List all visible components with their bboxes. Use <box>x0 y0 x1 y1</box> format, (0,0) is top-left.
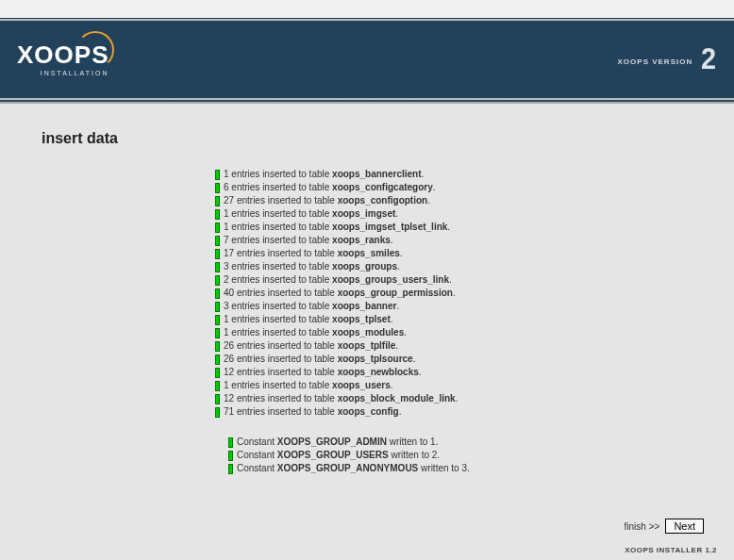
log-text: 2 entries inserted to table xoops_groups… <box>224 273 452 287</box>
success-indicator-icon <box>228 437 233 448</box>
logo: XOOPS INSTALLATION <box>17 41 108 78</box>
log-line: Constant XOOPS_GROUP_USERS written to 2. <box>228 449 692 462</box>
installer-version-label: XOOPS INSTALLER 1.2 <box>625 546 717 554</box>
log-line: Constant XOOPS_GROUP_ANONYMOUS written t… <box>228 462 692 475</box>
log-line: 1 entries inserted to table xoops_imgset… <box>215 207 692 221</box>
success-indicator-icon <box>215 315 220 325</box>
log-line: 1 entries inserted to table xoops_tplset… <box>215 313 692 326</box>
next-button[interactable]: Next <box>665 519 704 534</box>
log-line: 1 entries inserted to table xoops_module… <box>215 326 692 339</box>
log-line: 17 entries inserted to table xoops_smile… <box>215 247 692 260</box>
log-text: 3 entries inserted to table xoops_groups… <box>224 260 400 273</box>
success-indicator-icon <box>228 451 233 461</box>
log-text: 26 entries inserted to table xoops_tplfi… <box>224 339 398 353</box>
log-text: 12 entries inserted to table xoops_newbl… <box>224 366 422 379</box>
log-text: 17 entries inserted to table xoops_smile… <box>224 247 403 260</box>
log-text: 40 entries inserted to table xoops_group… <box>224 287 456 300</box>
success-indicator-icon <box>215 249 220 259</box>
log-block-constants: Constant XOOPS_GROUP_ADMIN written to 1.… <box>228 436 692 475</box>
success-indicator-icon <box>215 183 220 193</box>
log-line: 7 entries inserted to table xoops_ranks. <box>215 234 692 247</box>
log-text: 1 entries inserted to table xoops_users. <box>224 379 393 392</box>
success-indicator-icon <box>215 275 220 286</box>
finish-label: finish >> <box>625 521 660 532</box>
log-line: 1 entries inserted to table xoops_users. <box>215 379 692 392</box>
log-line: 1 entries inserted to table xoops_banner… <box>215 168 692 181</box>
log-text: 1 entries inserted to table xoops_imgset… <box>224 221 450 234</box>
logo-arc-icon <box>76 31 114 69</box>
log-text: 1 entries inserted to table xoops_module… <box>224 326 407 339</box>
log-block-tables: 1 entries inserted to table xoops_banner… <box>215 168 692 419</box>
log-line: 2 entries inserted to table xoops_groups… <box>215 273 692 287</box>
log-line: Constant XOOPS_GROUP_ADMIN written to 1. <box>228 436 692 449</box>
logo-text: XOOPS <box>17 41 108 70</box>
log-line: 6 entries inserted to table xoops_config… <box>215 181 692 194</box>
log-text: 7 entries inserted to table xoops_ranks. <box>224 234 393 247</box>
success-indicator-icon <box>215 222 220 233</box>
log-text: Constant XOOPS_GROUP_USERS written to 2. <box>237 449 440 462</box>
log-line: 12 entries inserted to table xoops_newbl… <box>215 366 692 379</box>
success-indicator-icon <box>215 407 220 418</box>
log-text: Constant XOOPS_GROUP_ADMIN written to 1. <box>237 436 438 449</box>
footer-actions: finish >> Next <box>625 519 704 534</box>
success-indicator-icon <box>215 302 220 312</box>
log-line: 27 entries inserted to table xoops_confi… <box>215 194 692 207</box>
log-text: 1 entries inserted to table xoops_tplset… <box>224 313 393 326</box>
success-indicator-icon <box>215 196 220 206</box>
log-text: 1 entries inserted to table xoops_banner… <box>224 168 424 181</box>
log-text: 6 entries inserted to table xoops_config… <box>224 181 436 194</box>
log-line: 40 entries inserted to table xoops_group… <box>215 287 692 300</box>
log-line: 71 entries inserted to table xoops_confi… <box>215 405 692 419</box>
success-indicator-icon <box>215 236 220 246</box>
success-indicator-icon <box>215 209 220 220</box>
log-line: 3 entries inserted to table xoops_groups… <box>215 260 692 273</box>
header-band: XOOPS INSTALLATION XOOPS VERSION 2 <box>0 0 734 104</box>
success-indicator-icon <box>215 328 220 338</box>
log-text: Constant XOOPS_GROUP_ANONYMOUS written t… <box>237 462 470 475</box>
success-indicator-icon <box>215 394 220 404</box>
success-indicator-icon <box>215 381 220 391</box>
log-text: 3 entries inserted to table xoops_banner… <box>224 300 399 313</box>
log-text: 26 entries inserted to table xoops_tplso… <box>224 353 415 366</box>
log-text: 71 entries inserted to table xoops_confi… <box>224 405 401 419</box>
success-indicator-icon <box>215 170 220 180</box>
log-line: 12 entries inserted to table xoops_block… <box>215 392 692 405</box>
log-line: 26 entries inserted to table xoops_tplso… <box>215 353 692 366</box>
log-line: 3 entries inserted to table xoops_banner… <box>215 300 692 313</box>
log-text: 27 entries inserted to table xoops_confi… <box>224 194 430 207</box>
log-text: 12 entries inserted to table xoops_block… <box>224 392 458 405</box>
log-text: 1 entries inserted to table xoops_imgset… <box>224 207 398 221</box>
success-indicator-icon <box>215 262 220 272</box>
log-line: 26 entries inserted to table xoops_tplfi… <box>215 339 692 353</box>
page-title: insert data <box>42 130 692 147</box>
log-line: 1 entries inserted to table xoops_imgset… <box>215 221 692 234</box>
version-label: XOOPS VERSION <box>618 58 693 66</box>
success-indicator-icon <box>215 341 220 352</box>
success-indicator-icon <box>228 464 233 474</box>
success-indicator-icon <box>215 368 220 378</box>
success-indicator-icon <box>215 288 220 299</box>
version-block: XOOPS VERSION 2 <box>618 47 717 72</box>
success-indicator-icon <box>215 354 220 365</box>
version-number: 2 <box>701 47 716 72</box>
logo-subtext: INSTALLATION <box>41 70 109 76</box>
content-area: insert data 1 entries inserted to table … <box>0 104 734 485</box>
